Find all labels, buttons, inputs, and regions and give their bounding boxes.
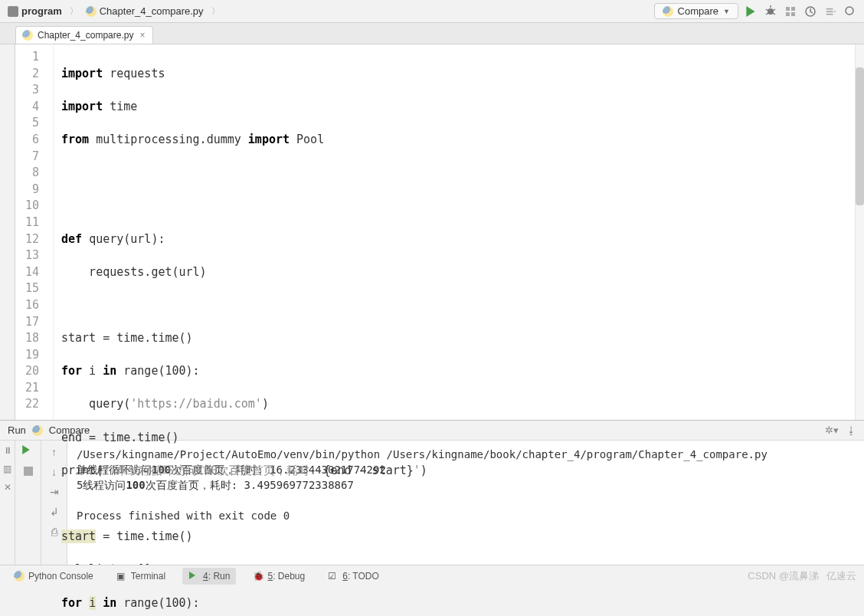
svg-rect-7 [786, 7, 790, 11]
stop-button[interactable] [824, 5, 836, 18]
wrap-icon[interactable]: ↲ [47, 505, 61, 519]
pause-icon[interactable]: ⏸ [3, 445, 12, 456]
svg-marker-0 [746, 6, 754, 17]
profile-button[interactable] [804, 5, 817, 18]
breadcrumb-file[interactable]: Chapter_4_compare.py [83, 4, 207, 18]
close-icon[interactable]: ✕ [4, 482, 11, 493]
editor-scrollbar[interactable] [855, 44, 864, 420]
coverage-button[interactable] [784, 5, 797, 18]
svg-point-1 [767, 8, 774, 15]
watermark: CSDN @流鼻涕 亿速云 [748, 569, 856, 583]
tab-todo-num: 6 [342, 571, 348, 582]
svg-line-4 [773, 9, 775, 11]
top-toolbar: program 〉 Chapter_4_compare.py 〉 Compare… [0, 0, 864, 23]
run-config-selector[interactable]: Compare ▼ [654, 3, 738, 19]
close-tab-button[interactable]: × [138, 30, 146, 41]
editor-tabs: Chapter_4_compare.py × [0, 23, 864, 44]
tab-terminal-label: Terminal [131, 571, 165, 582]
tab-run-label: : Run [208, 571, 231, 582]
rerun-button[interactable] [21, 445, 35, 459]
run-button[interactable] [745, 5, 757, 18]
breadcrumb-separator: 〉 [211, 5, 220, 17]
todo-icon: ☑ [328, 571, 339, 582]
play-icon [188, 571, 199, 582]
run-config-label: Compare [678, 5, 718, 17]
breadcrumb-project[interactable]: program [5, 4, 65, 18]
up-stack-icon[interactable]: ↑ [47, 445, 61, 459]
tab-debug-label: : Debug [273, 571, 305, 582]
stop-button[interactable] [24, 467, 33, 476]
python-file-icon [86, 6, 97, 17]
debug-button[interactable] [764, 5, 777, 18]
left-tool-sidebar[interactable] [0, 44, 15, 420]
bottom-tool-tabs: Python Console ▣ Terminal 4: Run 🐞 5: De… [0, 565, 864, 586]
svg-rect-9 [786, 12, 790, 16]
python-icon [32, 425, 43, 436]
breadcrumb: program 〉 Chapter_4_compare.py 〉 [5, 4, 654, 18]
export-icon[interactable]: ⇥ [47, 485, 61, 499]
folder-icon [8, 6, 18, 17]
python-file-icon [22, 30, 33, 41]
search-button[interactable] [844, 5, 856, 18]
down-stack-icon[interactable]: ↓ [47, 465, 61, 479]
svg-rect-8 [791, 7, 795, 11]
svg-marker-12 [834, 10, 836, 13]
scrollbar-thumb[interactable] [856, 67, 864, 205]
tab-python-console[interactable]: Python Console [8, 568, 100, 585]
layout-icon[interactable]: ▥ [3, 464, 11, 474]
print-icon[interactable]: ⎙ [47, 525, 61, 539]
tab-todo-label: : TODO [348, 571, 379, 582]
code-editor[interactable]: import requests import time from multipr… [54, 44, 855, 420]
editor-tab-active[interactable]: Chapter_4_compare.py × [15, 26, 153, 44]
svg-point-13 [846, 7, 853, 15]
toolbar-actions [745, 5, 859, 18]
breadcrumb-project-label: program [21, 5, 62, 17]
run-panel-title: Run [8, 424, 26, 436]
svg-line-6 [773, 13, 775, 15]
svg-rect-10 [791, 12, 795, 16]
line-number-gutter: 1234 5678 9101112 13141516 17181920 2122 [15, 44, 54, 420]
svg-marker-15 [189, 572, 195, 579]
breadcrumb-file-label: Chapter_4_compare.py [100, 5, 204, 17]
tab-python-console-label: Python Console [28, 571, 93, 582]
python-icon [14, 571, 25, 582]
tab-debug[interactable]: 🐞 5: Debug [247, 568, 311, 585]
svg-marker-14 [22, 445, 30, 454]
editor-tab-label: Chapter_4_compare.py [38, 30, 133, 41]
svg-line-5 [766, 13, 768, 15]
breadcrumb-separator: 〉 [70, 5, 78, 17]
bug-icon: 🐞 [253, 571, 263, 582]
chevron-down-icon: ▼ [723, 8, 730, 15]
python-icon [663, 6, 673, 17]
svg-line-3 [766, 9, 768, 11]
editor: 1234 5678 9101112 13141516 17181920 2122… [0, 44, 864, 420]
tab-terminal[interactable]: ▣ Terminal [110, 568, 172, 585]
tab-run-num: 4 [203, 571, 208, 582]
download-icon[interactable]: ⭳ [846, 424, 856, 436]
terminal-icon: ▣ [116, 571, 127, 582]
watermark-csdn: CSDN @流鼻涕 [748, 569, 819, 583]
tab-todo[interactable]: ☑ 6: TODO [322, 568, 385, 585]
run-far-left-strip: ⏸ ▥ ✕ [0, 441, 15, 565]
run-left-toolbar [15, 441, 41, 565]
tab-run[interactable]: 4: Run [182, 568, 236, 585]
watermark-yisu: 亿速云 [826, 569, 856, 583]
